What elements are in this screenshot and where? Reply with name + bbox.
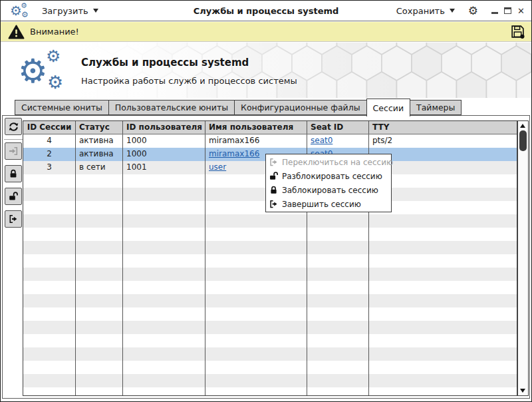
table-row-empty — [23, 387, 517, 396]
close-button[interactable]: ✕ — [517, 7, 525, 15]
app-window: ⚙ ⚙ ⚙ Загрузить Службы и процессы system… — [0, 0, 532, 402]
menu-item-terminate-session[interactable]: Завершить сессию — [266, 197, 391, 211]
lock-icon — [269, 185, 279, 195]
session-context-menu: Переключиться на сессию Разблокировать с… — [265, 154, 392, 212]
refresh-button[interactable] — [5, 118, 22, 135]
app-logo-gears-icon: ⚙ ⚙ ⚙ — [10, 2, 33, 19]
switch-to-session-button — [5, 142, 22, 160]
table-row[interactable]: 4 активна 1000 miramax166 seat0 pts/2 — [23, 134, 517, 148]
terminate-icon — [8, 214, 19, 224]
page-header: ⚙ ⚙ ⚙ Службы и процессы systemd Настройк… — [1, 43, 531, 98]
tab-system-units[interactable]: Системные юниты — [15, 100, 109, 115]
terminate-icon — [269, 199, 279, 209]
cell-user-id: 1000 — [123, 134, 205, 148]
scrollbar-thumb[interactable] — [519, 130, 527, 151]
cell-tty: pts/2 — [369, 134, 517, 148]
toolbar-separator — [4, 139, 23, 140]
minimize-button[interactable] — [491, 12, 498, 14]
lock-icon — [8, 168, 19, 179]
table-row-empty — [23, 228, 517, 241]
chevron-down-icon — [450, 9, 455, 13]
scroll-up-icon[interactable] — [520, 124, 525, 128]
column-header-session-id[interactable]: ID Сессии — [23, 121, 76, 134]
column-header-user-id[interactable]: ID пользователя — [123, 121, 205, 134]
switch-session-icon — [269, 157, 279, 167]
lock-session-button[interactable] — [5, 165, 22, 182]
cell-seat-id: seat0 — [307, 134, 369, 148]
tab-config-files[interactable]: Конфигурационные файлы — [234, 100, 367, 115]
menu-item-unlock-session[interactable]: Разблокировать сессию — [266, 169, 391, 183]
tab-bar: Системные юниты Пользовательские юниты К… — [15, 99, 462, 115]
warning-triangle-icon — [8, 25, 25, 39]
settings-gear-icon[interactable]: ⚙ — [468, 5, 478, 17]
unlock-session-button[interactable] — [5, 188, 22, 205]
save-menu-button[interactable]: Сохранить — [392, 3, 459, 19]
table-row-empty — [23, 307, 517, 321]
user-link[interactable]: user — [209, 162, 226, 172]
cell-session-id: 4 — [23, 134, 76, 148]
switch-session-icon — [8, 146, 19, 156]
cell-session-id: 3 — [23, 161, 76, 174]
table-row-empty — [23, 241, 517, 254]
column-header-tty[interactable]: TTY — [369, 121, 517, 134]
table-row-empty — [23, 374, 517, 387]
titlebar: ⚙ ⚙ ⚙ Загрузить Службы и процессы system… — [1, 1, 531, 21]
unlock-icon — [8, 191, 19, 202]
table-row-empty — [23, 214, 517, 228]
tab-sessions[interactable]: Сессии — [366, 99, 410, 116]
cell-status: активна — [76, 148, 123, 161]
cell-user-id: 1000 — [123, 148, 205, 161]
tab-user-units[interactable]: Пользовательские юниты — [108, 100, 235, 115]
vertical-scrollbar[interactable] — [517, 120, 529, 396]
user-link[interactable]: miramax166 — [209, 149, 259, 158]
gear-icon: ⚙ — [21, 11, 29, 19]
gear-icon: ⚙ — [21, 2, 27, 9]
gear-icon: ⚙ — [47, 73, 63, 91]
page-title: Службы и процессы systemd — [81, 57, 249, 69]
hexagon-fade-overlay — [1, 43, 531, 98]
warning-banner: Внимание! — [1, 22, 531, 42]
cell-session-id: 2 — [23, 148, 76, 161]
save-menu-label: Сохранить — [396, 6, 445, 16]
cell-user-name: miramax166 — [205, 134, 307, 148]
table-row-empty — [23, 361, 517, 374]
column-header-status[interactable]: Статус — [76, 121, 123, 134]
column-header-seat-id[interactable]: Seat ID — [307, 121, 369, 134]
table-row-empty — [23, 347, 517, 361]
terminate-session-button[interactable] — [5, 210, 22, 228]
gear-icon: ⚙ — [18, 55, 48, 88]
warning-label: Внимание! — [30, 27, 79, 37]
unlock-icon — [269, 171, 279, 181]
tab-timers[interactable]: Таймеры — [410, 100, 462, 115]
menu-item-lock-session[interactable]: Заблокировать сессию — [266, 183, 391, 197]
column-header-user-name[interactable]: Имя пользователя — [205, 121, 307, 134]
menu-item-switch-session: Переключиться на сессию — [266, 155, 391, 169]
refresh-icon — [8, 121, 19, 132]
save-file-icon[interactable] — [510, 24, 525, 39]
app-logo-gears-icon: ⚙ ⚙ ⚙ — [18, 47, 71, 95]
table-row-empty — [23, 294, 517, 307]
scroll-down-icon[interactable] — [520, 389, 525, 393]
table-row-empty — [23, 334, 517, 347]
gear-icon: ⚙ — [46, 48, 61, 65]
load-menu-label: Загрузить — [42, 6, 88, 16]
page-subtitle: Настройка работы служб и процессов систе… — [81, 76, 297, 86]
chevron-down-icon — [93, 9, 98, 13]
cell-user-id: 1001 — [123, 161, 205, 174]
table-row-empty — [23, 268, 517, 281]
seat-link[interactable]: seat0 — [311, 136, 332, 145]
table-row-empty — [23, 281, 517, 294]
table-row-empty — [23, 321, 517, 334]
load-menu-button[interactable]: Загрузить — [38, 3, 102, 19]
cell-status: активна — [76, 134, 123, 148]
maximize-button[interactable] — [504, 7, 511, 14]
cell-status: в сети — [76, 161, 123, 174]
table-header: ID Сессии Статус ID пользователя Имя пол… — [23, 121, 517, 134]
table-row-empty — [23, 254, 517, 268]
